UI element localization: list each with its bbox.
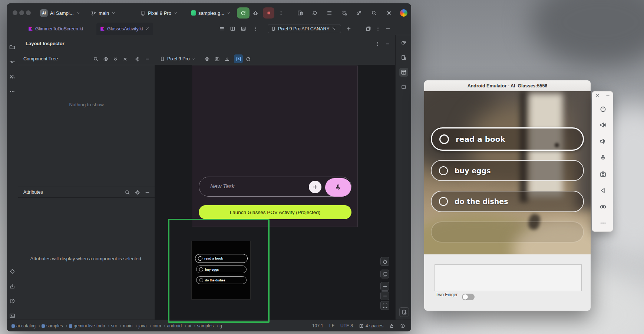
tab-glassesactivity[interactable]: GlassesActivity.kt bbox=[96, 23, 153, 35]
problems-tool-button[interactable] bbox=[8, 297, 17, 305]
insights-tool-button[interactable] bbox=[8, 267, 17, 276]
render-snapshot-button[interactable] bbox=[212, 54, 221, 63]
editor-more-button[interactable] bbox=[251, 24, 260, 33]
breadcrumb-item[interactable]: main bbox=[123, 323, 137, 328]
zoom-in-button[interactable] bbox=[380, 282, 389, 291]
touchpad-area[interactable] bbox=[435, 264, 582, 291]
rerun-button[interactable] bbox=[237, 7, 250, 19]
emulator-screen[interactable]: read a book buy eggs do the dishes bbox=[424, 91, 591, 254]
cursor-position-widget[interactable]: 107:1 bbox=[312, 323, 323, 328]
emulator-title-bar[interactable]: Android Emulator - AI_Glasses:5556 bbox=[424, 80, 591, 91]
todo-checkbox-icon[interactable] bbox=[439, 197, 448, 206]
tab-glimmertodoscreen[interactable]: GlimmerToDoScreen.kt bbox=[24, 23, 87, 35]
layout-inspector-button[interactable] bbox=[399, 68, 408, 77]
rotate-button[interactable] bbox=[310, 9, 319, 17]
layout-inspector-hide-button[interactable] bbox=[383, 39, 392, 48]
minimize-window-button[interactable] bbox=[19, 10, 24, 15]
info-circle-icon[interactable] bbox=[400, 323, 405, 328]
debug-button[interactable] bbox=[251, 9, 260, 17]
collapse-all-button[interactable] bbox=[120, 54, 129, 63]
add-device-tab-button[interactable] bbox=[344, 24, 353, 33]
breadcrumb-item[interactable]: samples bbox=[42, 323, 67, 328]
breadcrumb-item[interactable]: samples bbox=[197, 323, 218, 328]
link-button[interactable] bbox=[354, 9, 363, 17]
structure-tool-button[interactable] bbox=[8, 72, 17, 81]
render-visibility-button[interactable] bbox=[202, 54, 211, 63]
close-tab-icon[interactable] bbox=[332, 27, 336, 31]
toolbar-more-button[interactable] bbox=[277, 9, 285, 17]
attributes-search-button[interactable] bbox=[123, 188, 132, 197]
lock-icon[interactable] bbox=[389, 324, 394, 328]
breadcrumb-item[interactable]: java bbox=[138, 323, 151, 328]
device-manager-button[interactable] bbox=[399, 53, 408, 62]
breadcrumb-item[interactable]: ai-catalog bbox=[11, 323, 40, 328]
pan-mode-button[interactable] bbox=[380, 257, 389, 266]
run-configuration-selector[interactable]: samples.g... bbox=[191, 3, 231, 23]
volume-up-button[interactable] bbox=[599, 121, 607, 129]
zoom-out-button[interactable] bbox=[380, 291, 389, 300]
project-tool-button[interactable] bbox=[8, 43, 17, 51]
expand-all-button[interactable] bbox=[111, 54, 120, 63]
commit-tool-button[interactable] bbox=[8, 57, 17, 66]
phone-screen-render[interactable]: New Task Launch Glasses POV Activity (Pr… bbox=[192, 66, 358, 227]
project-selector[interactable]: AI AI Sampl... bbox=[40, 3, 80, 23]
hide-device-panel-button[interactable] bbox=[383, 24, 392, 33]
attributes-settings-button[interactable] bbox=[133, 188, 142, 197]
todo-checkbox-icon[interactable] bbox=[439, 134, 449, 144]
voice-input-button[interactable] bbox=[325, 178, 351, 197]
more-tools-button[interactable] bbox=[8, 87, 17, 96]
emulator-toolbar-close-button[interactable] bbox=[595, 93, 600, 98]
device-panel-more-button[interactable] bbox=[373, 24, 382, 33]
layers-3d-button[interactable] bbox=[380, 270, 389, 278]
emulator-todo-item[interactable]: read a book bbox=[431, 127, 584, 151]
render-refresh-button[interactable] bbox=[244, 54, 252, 63]
breadcrumb-item[interactable]: ai bbox=[188, 323, 195, 328]
device-mirror-button[interactable] bbox=[296, 9, 305, 17]
branch-selector[interactable]: main bbox=[91, 3, 116, 23]
profile-avatar[interactable] bbox=[400, 9, 407, 17]
new-task-field[interactable]: New Task bbox=[199, 177, 351, 197]
back-button[interactable] bbox=[599, 186, 607, 194]
search-everywhere-button[interactable] bbox=[370, 9, 379, 17]
layout-inspector-more-button[interactable] bbox=[373, 39, 382, 48]
open-in-window-button[interactable] bbox=[364, 24, 373, 33]
two-finger-toggle[interactable] bbox=[462, 294, 475, 300]
zoom-window-button[interactable] bbox=[26, 10, 31, 15]
breadcrumb-item[interactable]: gemini-live-todo bbox=[69, 323, 110, 328]
assistant-button[interactable] bbox=[399, 83, 408, 92]
tree-settings-button[interactable] bbox=[133, 54, 142, 63]
more-options-button[interactable] bbox=[599, 219, 607, 227]
stop-button[interactable] bbox=[263, 7, 274, 19]
emulator-todo-item[interactable]: buy eggs bbox=[431, 160, 584, 181]
tree-visibility-button[interactable] bbox=[101, 54, 110, 63]
zoom-to-fit-button[interactable] bbox=[380, 301, 389, 310]
render-device-selector[interactable]: Pixel 9 Pro bbox=[160, 53, 196, 65]
line-separator-widget[interactable]: LF bbox=[329, 323, 334, 328]
logcat-button[interactable] bbox=[325, 9, 334, 17]
running-device-tab[interactable]: Pixel 9 Pro API CANARY bbox=[268, 24, 341, 33]
volume-down-button[interactable] bbox=[599, 137, 607, 145]
close-tab-icon[interactable] bbox=[145, 27, 149, 31]
render-export-button[interactable] bbox=[222, 54, 231, 63]
emulator-toolbar-minimize-button[interactable] bbox=[605, 93, 610, 98]
terminal-tool-button[interactable] bbox=[8, 311, 17, 320]
view-mode-split-button[interactable] bbox=[228, 24, 237, 33]
settings-button[interactable] bbox=[384, 9, 393, 17]
indent-widget[interactable]: 4 spaces bbox=[359, 323, 383, 328]
close-window-button[interactable] bbox=[13, 10, 17, 15]
view-mode-list-button[interactable] bbox=[217, 24, 226, 33]
camera-button[interactable] bbox=[599, 170, 607, 178]
device-selector[interactable]: Pixel 9 Pro bbox=[140, 3, 178, 23]
render-live-updates-button[interactable] bbox=[234, 54, 243, 63]
breadcrumb-item[interactable]: com bbox=[152, 323, 165, 328]
add-task-button[interactable] bbox=[309, 181, 321, 193]
breadcrumb-item[interactable]: src bbox=[111, 323, 121, 328]
todo-checkbox-icon[interactable] bbox=[439, 166, 448, 175]
tree-hide-button[interactable] bbox=[143, 54, 152, 63]
breadcrumb-item[interactable]: g bbox=[219, 323, 222, 328]
power-button[interactable] bbox=[599, 105, 607, 113]
glasses-button[interactable] bbox=[599, 202, 607, 210]
app-inspection-button[interactable] bbox=[340, 9, 349, 17]
gradle-button[interactable] bbox=[399, 38, 408, 47]
tree-search-button[interactable] bbox=[91, 54, 100, 63]
